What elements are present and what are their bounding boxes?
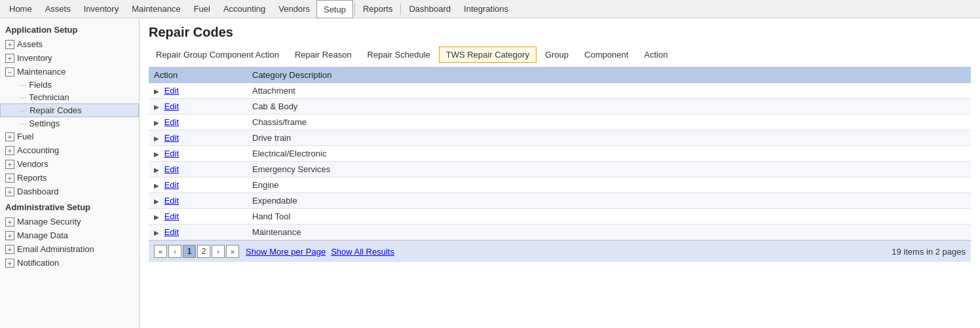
row-expand-arrow[interactable]: ▶ <box>154 135 162 142</box>
col-header-action: Action <box>149 67 247 83</box>
row-expand-arrow[interactable]: ▶ <box>154 151 162 158</box>
row-description-cell: Maintenance <box>247 225 971 240</box>
row-expand-arrow[interactable]: ▶ <box>154 119 162 126</box>
tree-line: ···· <box>19 107 27 115</box>
sidebar-item-assets[interactable]: + Assets <box>0 37 139 51</box>
sidebar-item-manage-data[interactable]: + Manage Data <box>0 228 139 242</box>
row-description-cell: Cab & Body <box>247 99 971 115</box>
tab-repair-group-component-action[interactable]: Repair Group Component Action <box>149 46 286 63</box>
row-expand-arrow[interactable]: ▶ <box>154 229 162 236</box>
nav-maintenance[interactable]: Maintenance <box>125 0 187 18</box>
row-action-cell: ▶ Edit <box>149 115 247 130</box>
edit-link[interactable]: Edit <box>164 101 179 111</box>
edit-link[interactable]: Edit <box>164 164 179 174</box>
edit-link[interactable]: Edit <box>164 149 179 158</box>
sidebar-item-label: Manage Data <box>17 230 68 240</box>
sidebar-item-fuel[interactable]: + Fuel <box>0 130 139 143</box>
expand-icon: + <box>5 187 14 196</box>
nav-fuel[interactable]: Fuel <box>187 0 217 18</box>
row-expand-arrow[interactable]: ▶ <box>154 166 162 173</box>
tab-repair-reason[interactable]: Repair Reason <box>288 46 359 63</box>
pagination-info: 19 items in 2 pages <box>892 247 966 257</box>
row-action-cell: ▶ Edit <box>149 193 247 209</box>
nav-accounting[interactable]: Accounting <box>217 0 272 18</box>
edit-link[interactable]: Edit <box>164 117 179 127</box>
prev-page-button[interactable]: ‹ <box>168 245 181 258</box>
expand-icon: + <box>5 245 14 254</box>
page-1-button[interactable]: 1 <box>183 245 196 258</box>
nav-assets[interactable]: Assets <box>39 0 77 18</box>
edit-link[interactable]: Edit <box>164 133 179 143</box>
main-content: Repair Codes Repair Group Component Acti… <box>140 18 980 328</box>
show-all-link[interactable]: Show All Results <box>331 247 394 257</box>
sidebar-item-email-admin[interactable]: + Email Administration <box>0 242 139 256</box>
sidebar-child-label: Fields <box>29 80 52 90</box>
sidebar-item-dashboard[interactable]: + Dashboard <box>0 185 139 198</box>
table-row: ▶ EditEngine <box>149 177 971 193</box>
sidebar-child-technician[interactable]: ···· Technician <box>0 91 139 103</box>
row-description-cell: Hand Tool <box>247 209 971 225</box>
repair-codes-tabs: Repair Group Component Action Repair Rea… <box>149 46 971 63</box>
tab-group[interactable]: Group <box>538 46 576 63</box>
next-page-button[interactable]: › <box>212 245 225 258</box>
table-row: ▶ EditMaintenance <box>149 225 971 240</box>
expand-icon: + <box>5 173 14 183</box>
row-expand-arrow[interactable]: ▶ <box>154 213 162 221</box>
nav-home[interactable]: Home <box>3 0 39 18</box>
tab-component[interactable]: Component <box>577 46 635 63</box>
nav-vendors[interactable]: Vendors <box>272 0 316 18</box>
table-row: ▶ EditEmergency Services <box>149 162 971 177</box>
nav-inventory[interactable]: Inventory <box>77 0 125 18</box>
sidebar-child-label: Repair Codes <box>29 105 82 115</box>
page-2-button[interactable]: 2 <box>197 245 210 258</box>
tab-tws-repair-category[interactable]: TWS Repair Category <box>439 46 537 63</box>
tab-repair-schedule[interactable]: Repair Schedule <box>360 46 438 63</box>
edit-link[interactable]: Edit <box>164 196 179 206</box>
sidebar-item-label: Inventory <box>17 53 52 63</box>
expand-icon: + <box>5 54 14 63</box>
edit-link[interactable]: Edit <box>164 86 179 96</box>
expand-icon: + <box>5 160 14 169</box>
sidebar-child-fields[interactable]: ···· Fields <box>0 79 139 91</box>
nav-integrations[interactable]: Integrations <box>457 0 515 18</box>
sidebar-item-label: Notification <box>17 258 59 268</box>
row-action-cell: ▶ Edit <box>149 83 247 99</box>
sidebar-item-label: Reports <box>17 173 47 183</box>
edit-link[interactable]: Edit <box>164 227 179 237</box>
row-description-cell: Attachment <box>247 83 971 99</box>
tab-action[interactable]: Action <box>637 46 675 63</box>
sidebar-item-notification[interactable]: + Notification <box>0 256 139 270</box>
sidebar-item-accounting[interactable]: + Accounting <box>0 143 139 157</box>
nav-setup[interactable]: Setup <box>316 0 353 18</box>
first-page-button[interactable]: « <box>154 245 167 258</box>
sidebar-item-manage-security[interactable]: + Manage Security <box>0 215 139 228</box>
sidebar-item-reports[interactable]: + Reports <box>0 171 139 185</box>
row-expand-arrow[interactable]: ▶ <box>154 103 162 111</box>
table-row: ▶ EditHand Tool <box>149 209 971 225</box>
expand-icon: + <box>5 217 14 227</box>
sidebar-child-settings[interactable]: ···· Settings <box>0 117 139 130</box>
sidebar-item-vendors[interactable]: + Vendors <box>0 157 139 171</box>
edit-link[interactable]: Edit <box>164 180 179 190</box>
nav-reports[interactable]: Reports <box>356 0 400 18</box>
sidebar-child-label: Technician <box>29 92 69 102</box>
nav-dashboard[interactable]: Dashboard <box>402 0 457 18</box>
row-description-cell: Expendable <box>247 193 971 209</box>
sidebar-child-repair-codes[interactable]: ···· Repair Codes <box>0 103 139 117</box>
edit-link[interactable]: Edit <box>164 211 179 221</box>
row-expand-arrow[interactable]: ▶ <box>154 182 162 189</box>
col-header-description: Category Description <box>247 67 971 83</box>
row-action-cell: ▶ Edit <box>149 177 247 193</box>
sidebar-item-maintenance[interactable]: − Maintenance <box>0 65 139 79</box>
main-layout: Application Setup + Assets + Inventory −… <box>0 18 980 328</box>
show-more-link[interactable]: Show More per Page <box>246 247 326 257</box>
table-row: ▶ EditChassis/frame <box>149 115 971 130</box>
sidebar-item-label: Email Administration <box>17 244 94 254</box>
row-expand-arrow[interactable]: ▶ <box>154 198 162 205</box>
last-page-button[interactable]: » <box>226 245 239 258</box>
row-expand-arrow[interactable]: ▶ <box>154 88 162 95</box>
expand-icon: + <box>5 146 14 155</box>
sidebar: Application Setup + Assets + Inventory −… <box>0 18 140 328</box>
page-title: Repair Codes <box>149 25 971 40</box>
sidebar-item-inventory[interactable]: + Inventory <box>0 51 139 65</box>
